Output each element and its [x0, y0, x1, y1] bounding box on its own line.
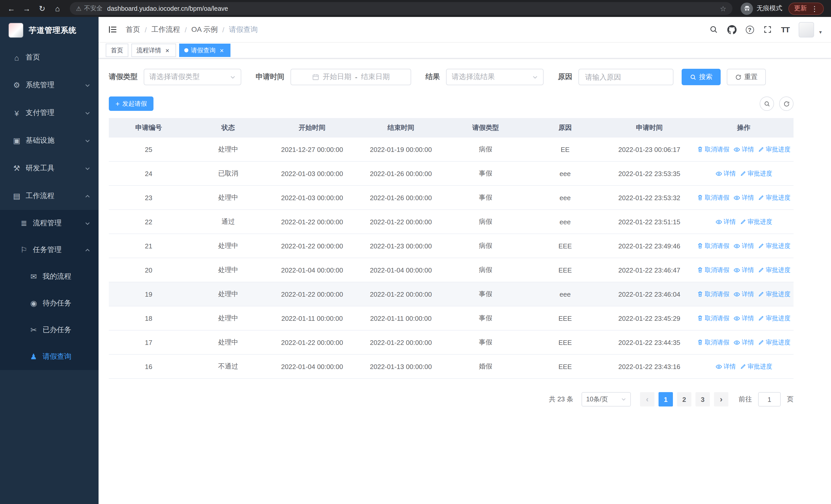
incognito-badge: 无痕模式	[741, 2, 782, 14]
sidebar-item-done-task[interactable]: ✂已办任务	[0, 317, 98, 343]
result-select[interactable]: 请选择流结果	[446, 69, 544, 85]
cell-reason: EEE	[525, 363, 605, 370]
page-button-1[interactable]: 1	[659, 392, 673, 407]
detail-link[interactable]: 详情	[734, 338, 754, 347]
sidebar-item-home[interactable]: ⌂首页	[0, 43, 98, 71]
approval-progress-link[interactable]: 审批进度	[740, 169, 772, 178]
table-header: 申请编号状态开始时间结束时间请假类型原因申请时间操作	[109, 118, 794, 138]
cell-status: 处理中	[189, 314, 268, 323]
detail-link[interactable]: 详情	[734, 145, 754, 154]
search-icon[interactable]	[709, 25, 718, 34]
trash-icon	[697, 291, 703, 297]
approval-progress-link[interactable]: 审批进度	[758, 241, 791, 250]
security-warning[interactable]: ⚠ 不安全	[76, 4, 103, 13]
avatar-caret-icon[interactable]: ▾	[819, 29, 822, 37]
breadcrumb-item[interactable]: 工作流程	[151, 25, 180, 34]
font-size-icon[interactable]: TT	[781, 25, 790, 34]
cell-reason: EEE	[525, 266, 605, 274]
cancel-leave-link[interactable]: 取消请假	[697, 290, 729, 298]
approval-progress-link[interactable]: 审批进度	[758, 290, 791, 298]
cell-applied: 2022-01-22 23:46:47	[605, 266, 694, 274]
approval-progress-link[interactable]: 审批进度	[740, 217, 772, 226]
address-bar[interactable]: ⚠ 不安全 dashboard.yudao.iocoder.cn/bpm/oa/…	[70, 2, 733, 15]
help-icon[interactable]: ?	[746, 25, 754, 34]
next-page-button[interactable]: ›	[714, 392, 728, 407]
pen-icon	[758, 291, 764, 297]
detail-link[interactable]: 详情	[734, 314, 754, 323]
eye-icon: ◉	[29, 299, 38, 308]
approval-progress-link[interactable]: 审批进度	[758, 145, 791, 154]
tab-leave-query[interactable]: 请假查询×	[179, 43, 230, 57]
sidebar-item-system[interactable]: ⚙系统管理	[0, 71, 98, 99]
browser-home-icon[interactable]: ⌂	[50, 1, 65, 16]
cancel-leave-link[interactable]: 取消请假	[697, 193, 729, 202]
plus-icon: +	[115, 100, 120, 107]
apply-time-range-picker[interactable]: 开始日期 - 结束日期	[290, 69, 411, 85]
tab-home[interactable]: 首页	[106, 43, 128, 57]
user-avatar[interactable]	[799, 22, 814, 37]
detail-link[interactable]: 详情	[734, 241, 754, 250]
sidebar-item-my-process[interactable]: ✉我的流程	[0, 263, 98, 290]
calendar-icon	[312, 73, 319, 81]
approval-progress-link[interactable]: 审批进度	[758, 314, 791, 323]
approval-progress-link[interactable]: 审批进度	[758, 266, 791, 274]
sidebar-item-devtools[interactable]: ⚒研发工具	[0, 154, 98, 182]
cancel-leave-link[interactable]: 取消请假	[697, 241, 729, 250]
action-label: 详情	[723, 169, 736, 178]
reset-button[interactable]: 重置	[727, 69, 766, 85]
reload-icon[interactable]: ↻	[35, 1, 49, 16]
sidebar-item-workflow[interactable]: ▤工作流程	[0, 182, 98, 210]
approval-progress-link[interactable]: 审批进度	[740, 362, 772, 371]
goto-unit: 页	[787, 395, 794, 404]
page-button-3[interactable]: 3	[695, 392, 710, 407]
detail-link[interactable]: 详情	[715, 169, 736, 178]
prev-page-button[interactable]: ‹	[640, 392, 654, 407]
detail-link[interactable]: 详情	[734, 193, 754, 202]
close-icon[interactable]: ×	[164, 47, 171, 54]
refresh-table-button[interactable]	[779, 96, 794, 111]
goto-page-input[interactable]	[758, 392, 781, 407]
cell-applied: 2022-01-22 23:44:35	[605, 338, 694, 346]
sidebar-item-process-mgmt[interactable]: ≣流程管理	[0, 210, 98, 237]
detail-link[interactable]: 详情	[715, 362, 736, 371]
update-button[interactable]: 更新 ⋮	[789, 2, 824, 14]
pagination: 共 23 条 10条/页 ‹ 123 › 前往 页	[109, 392, 794, 407]
sidebar-item-task-mgmt[interactable]: ⚐任务管理	[0, 237, 98, 263]
sidebar-item-payment[interactable]: ¥支付管理	[0, 99, 98, 127]
page-size-select[interactable]: 10条/页	[581, 392, 631, 407]
cancel-leave-link[interactable]: 取消请假	[697, 314, 729, 323]
approval-progress-link[interactable]: 审批进度	[758, 338, 791, 347]
sidebar-item-infrastructure[interactable]: ▣基础设施	[0, 127, 98, 154]
fullscreen-icon[interactable]	[763, 25, 772, 34]
sidebar-item-todo-task[interactable]: ◉待办任务	[0, 290, 98, 317]
detail-link[interactable]: 详情	[734, 290, 754, 298]
forward-icon[interactable]: →	[20, 1, 34, 16]
filter-form: 请假类型 请选择请假类型 申请时间 开始日期 - 结	[109, 69, 794, 85]
browser-menu-icon[interactable]: ⋮	[811, 4, 818, 12]
tab-process-detail[interactable]: 流程详情×	[132, 43, 176, 57]
detail-link[interactable]: 详情	[734, 266, 754, 274]
sidebar-item-label: 请假查询	[42, 352, 90, 361]
page-button-2[interactable]: 2	[677, 392, 691, 407]
sidebar-item-label: 任务管理	[33, 245, 80, 255]
reason-input[interactable]	[579, 69, 673, 85]
cancel-leave-link[interactable]: 取消请假	[697, 266, 729, 274]
bookmark-star-icon[interactable]: ☆	[720, 4, 726, 12]
create-leave-button[interactable]: + 发起请假	[109, 96, 153, 111]
breadcrumb-item[interactable]: 首页	[126, 25, 140, 34]
detail-link[interactable]: 详情	[715, 217, 736, 226]
approval-progress-link[interactable]: 审批进度	[758, 193, 791, 202]
sidebar-item-leave-query[interactable]: ♟请假查询	[0, 343, 98, 370]
collapse-menu-icon[interactable]	[108, 25, 118, 34]
search-toggle-button[interactable]	[760, 96, 774, 111]
warning-icon: ⚠	[76, 5, 82, 12]
close-icon[interactable]: ×	[218, 47, 225, 54]
page-size-value: 10条/页	[586, 395, 608, 404]
github-icon[interactable]	[727, 25, 736, 34]
cancel-leave-link[interactable]: 取消请假	[697, 338, 729, 347]
breadcrumb-item[interactable]: OA 示例	[192, 25, 218, 34]
back-icon[interactable]: ←	[4, 1, 19, 16]
cancel-leave-link[interactable]: 取消请假	[697, 145, 729, 154]
leave-type-select[interactable]: 请选择请假类型	[144, 69, 241, 85]
search-button[interactable]: 搜索	[682, 69, 721, 85]
